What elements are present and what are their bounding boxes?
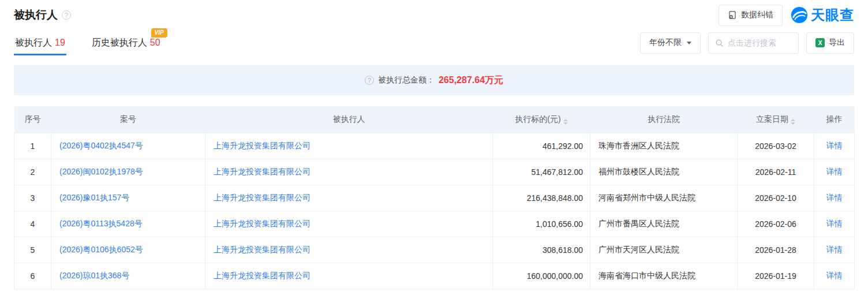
cell-date: 2026-02-06	[738, 211, 814, 237]
detail-link[interactable]: 详情	[826, 245, 843, 254]
cell-date: 2026-03-02	[738, 133, 814, 159]
cell-person: 上海升龙投资集团有限公司	[205, 159, 493, 185]
col-date[interactable]: 立案日期	[738, 106, 814, 133]
table-header-row: 序号 案号 被执行人 执行标的(元) 执行法院 立案日期 操作	[14, 106, 855, 133]
detail-link[interactable]: 详情	[826, 271, 843, 280]
cell-person: 上海升龙投资集团有限公司	[205, 185, 493, 211]
cell-person: 上海升龙投资集团有限公司	[205, 263, 493, 289]
search-input[interactable]	[728, 38, 796, 47]
tab-history-executed-person[interactable]: VIP 历史被执行人 50	[91, 30, 162, 55]
cell-date: 2026-01-19	[738, 263, 814, 289]
col-action: 操作	[814, 106, 855, 133]
tianyancha-logo-icon	[791, 6, 808, 24]
person-link[interactable]: 上海升龙投资集团有限公司	[214, 141, 310, 150]
cell-amount: 461,292.00	[493, 133, 590, 159]
detail-link[interactable]: 详情	[826, 193, 843, 202]
cell-index: 3	[14, 185, 51, 211]
detail-link[interactable]: 详情	[826, 219, 843, 228]
cell-amount: 51,467,812.00	[493, 159, 590, 185]
person-link[interactable]: 上海升龙投资集团有限公司	[214, 245, 310, 254]
case-number-link[interactable]: (2026)豫01执157号	[59, 193, 129, 202]
cell-person: 上海升龙投资集团有限公司	[205, 211, 493, 237]
tianyancha-logo-text: 天眼查	[811, 6, 854, 24]
sort-icon[interactable]	[563, 119, 568, 125]
tab-label: 历史被执行人	[92, 37, 147, 49]
cell-date: 2026-02-11	[738, 159, 814, 185]
cell-court: 福州市鼓楼区人民法院	[590, 159, 738, 185]
col-amount[interactable]: 执行标的(元)	[493, 106, 590, 133]
cell-date: 2026-01-28	[738, 237, 814, 263]
col-person: 被执行人	[205, 106, 493, 133]
cell-action: 详情	[814, 133, 855, 159]
search-box[interactable]	[708, 32, 799, 54]
person-link[interactable]: 上海升龙投资集团有限公司	[214, 271, 310, 280]
total-amount-banner: ? 被执行总金额： 265,287.64万元	[14, 65, 854, 95]
data-correction-label: 数据纠错	[741, 10, 773, 20]
person-link[interactable]: 上海升龙投资集团有限公司	[214, 193, 310, 202]
cell-amount: 160,000,000.00	[493, 263, 590, 289]
sort-icon[interactable]	[791, 119, 795, 125]
cell-index: 6	[14, 263, 51, 289]
tab-label: 被执行人	[15, 37, 52, 49]
panel-header: 被执行人 ? 数据纠错	[14, 3, 854, 27]
case-number-link[interactable]: (2026)粤0113执5428号	[59, 219, 143, 228]
table-row: 4 (2026)粤0113执5428号 上海升龙投资集团有限公司 1,010,6…	[14, 211, 855, 237]
cell-action: 详情	[814, 185, 855, 211]
cell-index: 4	[14, 211, 51, 237]
detail-link[interactable]: 详情	[826, 167, 843, 176]
total-amount-label: 被执行总金额：	[378, 75, 435, 85]
cell-court: 海南省海口市中级人民法院	[590, 263, 738, 289]
col-case-no: 案号	[51, 106, 205, 133]
filter-controls: 年份不限 X 导出	[640, 32, 854, 54]
data-correction-button[interactable]: 数据纠错	[719, 5, 783, 26]
year-filter-dropdown[interactable]: 年份不限	[640, 32, 701, 54]
header-actions: 数据纠错 天眼查	[719, 5, 854, 26]
case-number-link[interactable]: (2026)闽0102执1978号	[59, 167, 143, 176]
cell-court: 河南省郑州市中级人民法院	[590, 185, 738, 211]
cell-action: 详情	[814, 211, 855, 237]
table-row: 1 (2026)粤0402执4547号 上海升龙投资集团有限公司 461,292…	[14, 133, 855, 159]
cell-court: 珠海市香洲区人民法院	[590, 133, 738, 159]
table-row: 5 (2026)粤0106执6052号 上海升龙投资集团有限公司 308,618…	[14, 237, 855, 263]
title-help-icon[interactable]: ?	[62, 10, 71, 20]
col-index: 序号	[14, 106, 51, 133]
cell-action: 详情	[814, 237, 855, 263]
person-link[interactable]: 上海升龙投资集团有限公司	[214, 219, 310, 228]
cell-case-no: (2026)粤0106执6052号	[51, 237, 205, 263]
tianyancha-logo[interactable]: 天眼查	[791, 6, 854, 24]
table-row: 2 (2026)闽0102执1978号 上海升龙投资集团有限公司 51,467,…	[14, 159, 855, 185]
tab-count: 50	[150, 38, 160, 48]
page-title: 被执行人	[14, 8, 58, 23]
total-amount-value: 265,287.64万元	[439, 74, 503, 87]
cell-case-no: (2026)闽0102执1978号	[51, 159, 205, 185]
cell-case-no: (2026)琼01执368号	[51, 263, 205, 289]
case-number-link[interactable]: (2026)粤0402执4547号	[59, 141, 143, 150]
search-icon	[715, 39, 724, 47]
case-number-link[interactable]: (2026)琼01执368号	[59, 271, 129, 280]
tab-executed-person[interactable]: 被执行人 19	[14, 30, 66, 55]
export-button[interactable]: X 导出	[806, 32, 854, 54]
executed-person-panel: 被执行人 ? 数据纠错	[0, 3, 868, 289]
cell-amount: 308,618.00	[493, 237, 590, 263]
cell-court: 广州市天河区人民法院	[590, 237, 738, 263]
year-filter-label: 年份不限	[649, 38, 682, 48]
cell-case-no: (2026)豫01执157号	[51, 185, 205, 211]
excel-icon: X	[815, 38, 825, 47]
chevron-down-icon	[687, 42, 691, 44]
cell-person: 上海升龙投资集团有限公司	[205, 237, 493, 263]
summary-help-icon[interactable]: ?	[365, 76, 374, 85]
case-number-link[interactable]: (2026)粤0106执6052号	[59, 245, 143, 254]
cell-index: 1	[14, 133, 51, 159]
cell-index: 2	[14, 159, 51, 185]
detail-link[interactable]: 详情	[826, 141, 843, 150]
table-row: 3 (2026)豫01执157号 上海升龙投资集团有限公司 216,438,84…	[14, 185, 855, 211]
col-court: 执行法院	[590, 106, 738, 133]
cell-case-no: (2026)粤0113执5428号	[51, 211, 205, 237]
cell-amount: 216,438,848.00	[493, 185, 590, 211]
title-wrap: 被执行人 ?	[14, 8, 71, 23]
person-link[interactable]: 上海升龙投资集团有限公司	[214, 167, 310, 176]
cell-action: 详情	[814, 159, 855, 185]
tab-bar: 被执行人 19 VIP 历史被执行人 50 年份不限	[14, 30, 854, 55]
executed-person-table: 序号 案号 被执行人 执行标的(元) 执行法院 立案日期 操作 1 (2026)…	[14, 106, 855, 289]
tabs: 被执行人 19 VIP 历史被执行人 50	[14, 30, 162, 55]
